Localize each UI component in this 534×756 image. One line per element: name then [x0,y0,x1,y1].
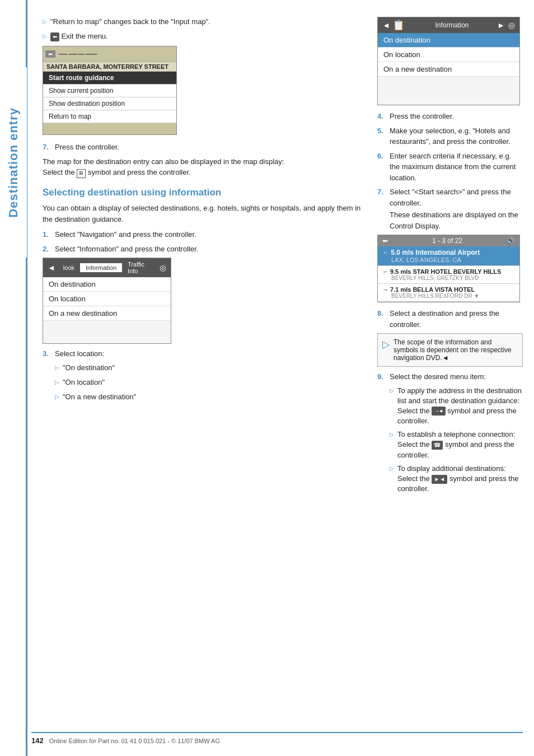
info-screen-empty [43,321,171,343]
step-1: 1. Select "Navigation" and press the con… [43,229,364,240]
step-5: 5. Make your selection, e.g. "Hotels and… [377,125,523,147]
tab-information[interactable]: Information [80,263,122,272]
section-heading-select-dest: Selecting destination using information [43,187,364,198]
tri-on-dest: ▷ [55,364,59,372]
address-bar: SANTA BARBARA, MONTERREY STREET [43,62,176,72]
symbol-icon: ⊞ [77,169,86,178]
result-3-subtitle: BEVERLY HILLS REXFORD DR ▼ [382,293,515,299]
bullet-return-to-map: ▷ "Return to map" changes back to the "I… [43,17,364,27]
footer-text: Online Edition for Part no. 01 41 0 015 … [49,738,220,744]
nav-menu-show-current[interactable]: Show current position [43,85,176,97]
nav-bar-1: ◄ look Information Traffic Info ◎ [43,258,171,277]
results-back-btn: ⬅ [382,237,388,245]
step-3: 3. Select location: [43,348,364,360]
results-screen: ⬅ 1 - 3 of 22 🔊 ← 5.0 mls International … [377,235,520,302]
scroll-icon: ►◄ [432,475,447,484]
result-1-subtitle: LAX, LOS ANGELES, CA [382,256,515,263]
bullet-exit-menu: ▷ ⬅ Exit the menu. [43,31,364,41]
step-5-text: Make your selection, e.g. "Hotels and re… [390,125,523,147]
step-1-num: 1. [43,229,55,240]
map-bottom-strip [43,123,176,134]
section2-intro: You can obtain a display of selected des… [43,203,364,225]
step-7b-num: 7. [377,186,390,198]
info-item-on-new-dest-1[interactable]: On a new destination [43,306,171,321]
step-9-subitems: ▷ To apply the address in the destinatio… [390,386,523,494]
step-9-sub-2: ▷ To establish a telephone connection: S… [390,430,523,460]
bullet-on-location: ▷ "On location" [55,377,364,388]
page-number: 142 [31,736,44,745]
step-8-text: Select a destination and press the contr… [390,308,523,330]
note-box: ▷ The scope of the information and symbo… [377,333,523,367]
back-button: ⬅ [45,50,55,58]
tab-look[interactable]: look [58,263,80,272]
step-9: 9. Select the desired menu item: [377,371,523,382]
dest-icon: →● [432,407,445,416]
note-triangle-icon: ▷ [382,338,390,351]
step-3-text: Select location: [55,348,364,360]
info-item-on-new-dest-2[interactable]: On a new destination [378,62,519,77]
nav-menu-return[interactable]: Return to map [43,110,176,123]
nav-bar-2: ◄ 📋 Information ► ◎ [378,17,519,33]
step-7-note: The map for the destination entry can al… [43,156,364,178]
info-label-2: Information [407,21,497,29]
nav-menu-start-route[interactable]: Start route guidance [43,72,176,85]
results-count: 1 - 3 of 22 [432,237,462,245]
info-screen-2-empty [378,77,519,105]
result-2-subtitle: BEVERLY HILLS, GRETZKY BLVD [382,275,515,281]
results-header: ⬅ 1 - 3 of 22 🔊 [378,235,519,246]
info-item-on-location-1[interactable]: On location [43,292,171,306]
info-item-on-location-2[interactable]: On location [378,48,519,62]
tri-9-3: ▷ [390,465,394,473]
info-screen-2: ◄ 📋 Information ► ◎ On destination On lo… [377,17,520,105]
step-3-num: 3. [43,348,55,360]
step-2-num: 2. [43,244,55,255]
step-5-num: 5. [377,125,390,137]
phone-icon: ☎ [432,441,443,450]
nav-prev-icon-2: ◄ [382,21,390,30]
info-item-on-destination-2[interactable]: On destination [378,33,519,48]
step-4-text: Press the controller. [390,111,523,122]
map-indicators: ━━━ ━━━ ━━ ━━━━ [59,52,97,57]
exit-icon: ⬅ [50,32,59,41]
step-7-num: 7. [43,142,55,153]
tab-traffic-info[interactable]: Traffic Info [122,260,160,276]
step-4: 4. Press the controller. [377,111,523,122]
tri-on-new: ▷ [55,393,59,401]
step-3-bullets: ▷ "On destination" ▷ "On location" ▷ "On… [55,363,364,403]
settings-icon-2: ◎ [508,21,515,30]
step-2-text: Select "Information" and press the contr… [55,244,364,255]
tri-9-1: ▷ [390,387,394,395]
step-7: 7. Press the controller. [43,142,364,153]
result-item-2[interactable]: ← 9.5 mls STAR HOTEL BEVERLY HILLS BEVER… [378,266,519,284]
triangle-icon-1: ▷ [43,18,47,26]
result-item-1[interactable]: ← 5.0 mls International Airport LAX, LOS… [378,246,519,266]
result-3-name: → 7.1 mls BELLA VISTA HOTEL [382,286,515,293]
note-text: The scope of the information and symbols… [394,338,518,362]
bullet-on-new-dest: ▷ "On a new destination" [55,392,364,402]
step-6-text: Enter search criteria if necessary, e.g.… [390,151,523,184]
map-area: ⬅ ━━━ ━━━ ━━ ━━━━ [43,46,176,62]
nav-settings-icon: ◎ [160,263,166,272]
info-screen-1: ◄ look Information Traffic Info ◎ On des… [43,258,171,344]
step-2: 2. Select "Information" and press the co… [43,244,364,255]
step-1-text: Select "Navigation" and press the contro… [55,229,364,240]
step-8-num: 8. [377,308,390,319]
bullet-on-destination: ▷ "On destination" [55,363,364,373]
result-2-name: ← 9.5 mls STAR HOTEL BEVERLY HILLS [382,268,515,275]
nav-prev-icon: ◄ [48,263,55,272]
step-6-num: 6. [377,151,390,162]
sidebar-label: Destination entry [0,67,27,258]
result-item-3[interactable]: → 7.1 mls BELLA VISTA HOTEL BEVERLY HILL… [378,284,519,302]
step-9-num: 9. [377,371,390,382]
footer: 142 Online Edition for Part no. 01 41 0 … [31,732,523,745]
step-7b-text: Select "<Start search>" and press the co… [390,186,523,231]
step-7b-note: These destinations are displayed on the … [390,209,523,231]
nav-menu-show-destination[interactable]: Show destination position [43,97,176,110]
info-icon-2: 📋 [392,19,405,31]
tri-9-2: ▷ [390,431,394,438]
step-9-sub-1: ▷ To apply the address in the destinatio… [390,386,523,427]
triangle-icon-2: ▷ [43,32,47,40]
step-7-text: Press the controller. [55,142,364,153]
info-item-on-destination-1[interactable]: On destination [43,277,171,292]
step-6: 6. Enter search criteria if necessary, e… [377,151,523,184]
